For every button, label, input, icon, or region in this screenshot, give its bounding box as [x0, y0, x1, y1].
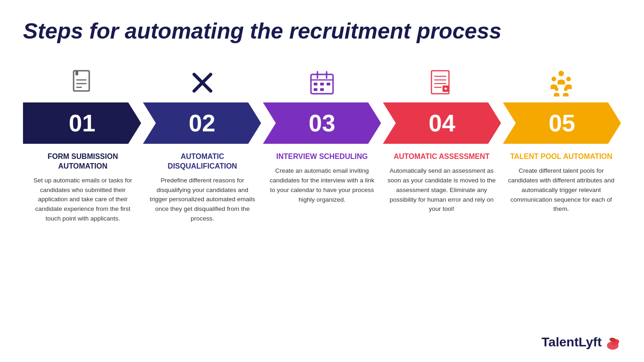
step-number-3: 03: [309, 109, 335, 137]
step-desc-1: Set up automatic emails or tasks for can…: [28, 176, 138, 224]
svg-point-25: [552, 77, 556, 81]
page: Steps for automating the recruitment pro…: [0, 0, 644, 362]
icon-step-1: [23, 67, 143, 99]
svg-rect-13: [327, 83, 330, 85]
icons-row: [23, 67, 621, 99]
page-title: Steps for automating the recruitment pro…: [23, 18, 621, 44]
arrow-step-2: 02: [143, 102, 261, 144]
svg-rect-15: [320, 88, 324, 91]
step-title-3: INTERVIEW SCHEDULING: [267, 152, 377, 162]
step-number-4: 04: [429, 109, 455, 137]
label-step-3: INTERVIEW SCHEDULING Create an automatic…: [262, 152, 382, 224]
step-title-2: AUTOMATIC DISQUALIFICATION: [147, 152, 258, 171]
arrows-row: 01 02 03 04 05: [23, 102, 621, 144]
step-desc-5: Create different talent pools for candid…: [506, 166, 616, 215]
svg-point-26: [566, 77, 571, 81]
step-desc-2: Predefine different reasons for disquali…: [147, 176, 258, 224]
label-step-2: AUTOMATIC DISQUALIFICATION Predefine dif…: [143, 152, 262, 224]
label-step-5: TALENT POOL AUTOMATION Create different …: [501, 152, 621, 224]
step-title-5: TALENT POOL AUTOMATION: [506, 152, 616, 162]
step-title-1: FORM SUBMISSION AUTOMATION: [28, 152, 138, 171]
icon-step-3: [262, 67, 382, 99]
icon-step-2: [143, 67, 262, 99]
svg-rect-1: [75, 71, 78, 75]
step-number-1: 01: [69, 109, 95, 137]
step-desc-3: Create an automatic email inviting candi…: [267, 166, 377, 205]
step-number-2: 02: [189, 109, 215, 137]
svg-point-24: [558, 71, 564, 76]
icon-step-5: [501, 67, 621, 99]
icon-step-4: [382, 67, 501, 99]
arrow-step-3: 03: [263, 102, 381, 144]
label-step-1: FORM SUBMISSION AUTOMATION Set up automa…: [23, 152, 143, 224]
svg-rect-14: [314, 88, 317, 91]
logo: TalentLyft: [541, 334, 621, 351]
step-desc-4: Automatically send an assessment as soon…: [386, 166, 497, 215]
svg-point-28: [564, 87, 568, 91]
label-step-4: AUTOMATIC ASSESSMENT Automatically send …: [382, 152, 501, 224]
arrow-step-1: 01: [23, 102, 141, 144]
steps-container: 01 02 03 04 05: [23, 67, 621, 224]
step-title-4: AUTOMATIC ASSESSMENT: [386, 152, 497, 162]
svg-rect-11: [314, 83, 317, 85]
step-number-5: 05: [549, 109, 575, 137]
logo-icon: [604, 334, 621, 351]
svg-rect-12: [320, 83, 324, 85]
arrow-step-5: 05: [503, 102, 621, 144]
labels-row: FORM SUBMISSION AUTOMATION Set up automa…: [23, 152, 621, 224]
svg-point-27: [555, 87, 558, 91]
arrow-step-4: 04: [383, 102, 501, 144]
logo-text: TalentLyft: [541, 335, 602, 350]
